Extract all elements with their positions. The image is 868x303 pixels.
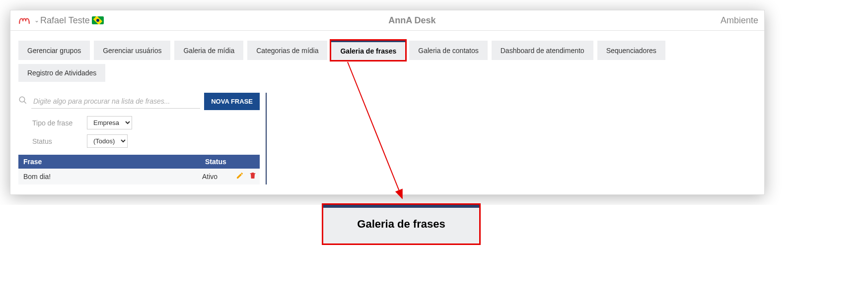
environment-label[interactable]: Ambiente [721,15,758,26]
tab-galeria-contatos[interactable]: Galeria de contatos [409,41,487,60]
tab-dashboard-atendimento[interactable]: Dashboard de atendimento [492,41,593,60]
tab-bar: Gerenciar grupos Gerenciar usuários Gale… [10,31,764,87]
filter-tipo-row: Tipo de frase Empresa [32,116,260,129]
tab-gerenciar-usuarios[interactable]: Gerenciar usuários [94,41,170,60]
flag-brazil-icon [92,16,104,24]
phrases-table: Frase Status Bom dia! Ativo [18,155,260,184]
app-logo-icon [16,14,32,26]
tab-sequenciadores[interactable]: Sequenciadores [597,41,665,60]
annotation-callout: Galeria de frases [322,203,481,205]
search-icon [18,96,27,107]
filter-status-label: Status [32,137,77,145]
delete-icon[interactable] [249,172,257,182]
tab-registro-atividades[interactable]: Registro de Atividades [18,64,105,82]
chevron-down-icon[interactable]: ⌄ [34,17,39,24]
app-window: ⌄ Rafael Teste AnnA Desk Ambiente Gerenc… [10,10,765,195]
cell-frase: Bom dia! [18,170,200,183]
filter-tipo-select[interactable]: Empresa [87,116,132,129]
filter-status-row: Status (Todos) [32,134,260,148]
header: ⌄ Rafael Teste AnnA Desk Ambiente [10,10,764,31]
tab-gerenciar-grupos[interactable]: Gerenciar grupos [18,41,90,60]
svg-line-1 [24,101,26,104]
tab-galeria-frases[interactable]: Galeria de frases [331,41,405,60]
user-name[interactable]: Rafael Teste [40,15,90,26]
content-area: NOVA FRASE Tipo de frase Empresa Status … [10,87,764,194]
search-input[interactable] [31,94,200,109]
edit-icon[interactable] [236,172,244,182]
new-phrase-button[interactable]: NOVA FRASE [204,93,260,110]
col-status-header: Status [200,155,260,169]
phrases-panel: NOVA FRASE Tipo de frase Empresa Status … [18,93,267,184]
tab-categorias-midia[interactable]: Categorias de mídia [247,41,327,60]
tab-galeria-midia[interactable]: Galeria de mídia [174,41,243,60]
filter-status-select[interactable]: (Todos) [87,134,128,148]
col-frase-header: Frase [18,155,200,169]
table-row: Bom dia! Ativo [18,169,260,184]
filter-tipo-label: Tipo de frase [32,119,77,127]
cell-status: Ativo [200,170,230,183]
search-row: NOVA FRASE [18,93,260,110]
app-title: AnnA Desk [104,15,721,26]
svg-point-0 [19,97,25,102]
table-header: Frase Status [18,155,260,169]
cell-actions [230,169,260,184]
